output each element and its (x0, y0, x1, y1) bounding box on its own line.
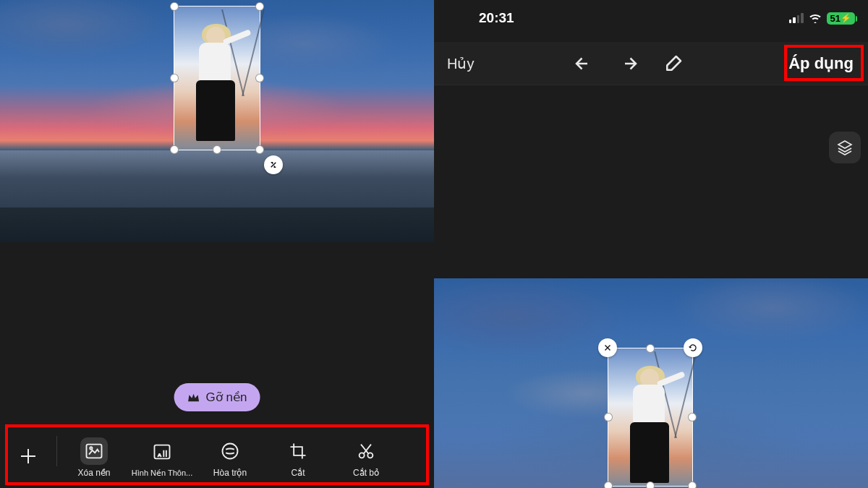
battery-indicator: 51⚡ (827, 12, 855, 25)
scissors-icon (356, 441, 376, 461)
top-action-bar: Hủy Áp dụng (434, 42, 868, 85)
remove-bg-icon (84, 441, 104, 461)
resize-handle-tr[interactable] (255, 2, 264, 11)
overlay-layer[interactable] (608, 348, 693, 487)
resize-handle-bm[interactable] (213, 145, 221, 154)
add-button[interactable] (3, 442, 54, 473)
remove-background-label: Gỡ nền (206, 390, 247, 405)
person-subject (195, 27, 238, 144)
overlay-layer[interactable] (174, 6, 260, 150)
resize-handle-br[interactable] (688, 481, 697, 488)
remove-background-pill[interactable]: Gỡ nền (174, 383, 260, 411)
toolbar-divider (56, 436, 57, 466)
rotate-layer-button[interactable] (684, 338, 702, 357)
right-screen: 20:31 51⚡ Hủy Áp dụng (434, 0, 868, 488)
crop-icon (288, 441, 308, 461)
tool-label: Xóa nền (77, 468, 110, 478)
eraser-icon[interactable] (663, 53, 684, 74)
resize-handle-mr[interactable] (255, 74, 264, 82)
tool-label: Cắt bỏ (353, 468, 379, 478)
tool-smart-bg[interactable]: Hình Nền Thôn... (128, 438, 196, 478)
blend-icon (220, 441, 240, 461)
delete-layer-button[interactable] (598, 338, 617, 357)
bottom-toolbar: Xóa nền Hình Nền Thôn... Hòa trộn Cắt Cắ… (0, 424, 434, 488)
rotate-icon (688, 343, 698, 353)
rotate-handle[interactable] (264, 155, 283, 174)
layers-icon (836, 139, 854, 156)
resize-handle-ml[interactable] (170, 74, 179, 82)
editor-canvas-result[interactable] (434, 278, 868, 488)
resize-handle-tm[interactable] (646, 344, 655, 353)
undo-icon[interactable] (573, 53, 595, 74)
tool-label: Hình Nền Thôn... (132, 468, 192, 478)
wifi-icon (808, 13, 822, 23)
apply-button[interactable]: Áp dụng (783, 51, 859, 76)
cancel-button[interactable]: Hủy (447, 55, 474, 72)
editor-canvas[interactable] (0, 0, 434, 242)
svg-rect-2 (155, 445, 170, 458)
resize-handle-tl[interactable] (170, 2, 179, 11)
resize-handle-bm[interactable] (646, 481, 655, 488)
redo-icon[interactable] (618, 53, 639, 74)
tool-cutout[interactable]: Cắt bỏ (332, 437, 400, 478)
left-screen: Gỡ nền Xóa nền Hình Nền Thôn... Hòa trộn… (0, 0, 434, 488)
resize-handle-ml[interactable] (604, 413, 613, 421)
tool-blend[interactable]: Hòa trộn (196, 437, 264, 478)
layers-button[interactable] (829, 132, 861, 163)
beach (0, 207, 434, 242)
tool-crop[interactable]: Cắt (264, 437, 332, 478)
tool-remove-bg[interactable]: Xóa nền (60, 437, 128, 478)
status-bar: 20:31 51⚡ (434, 0, 868, 36)
tool-label: Hòa trộn (213, 468, 247, 478)
svg-point-3 (223, 444, 238, 459)
person-subject (629, 369, 672, 486)
cellular-icon (789, 13, 804, 23)
ai-bg-icon (152, 442, 172, 462)
resize-handle-bl[interactable] (170, 145, 179, 154)
close-icon (603, 343, 613, 353)
status-time: 20:31 (479, 10, 514, 26)
resize-handle-mr[interactable] (688, 413, 697, 421)
resize-handle-bl[interactable] (604, 481, 613, 488)
resize-handle-br[interactable] (255, 145, 264, 154)
plus-icon (17, 445, 39, 467)
svg-point-1 (90, 447, 92, 449)
tool-label: Cắt (292, 468, 305, 478)
crown-icon (187, 393, 200, 403)
